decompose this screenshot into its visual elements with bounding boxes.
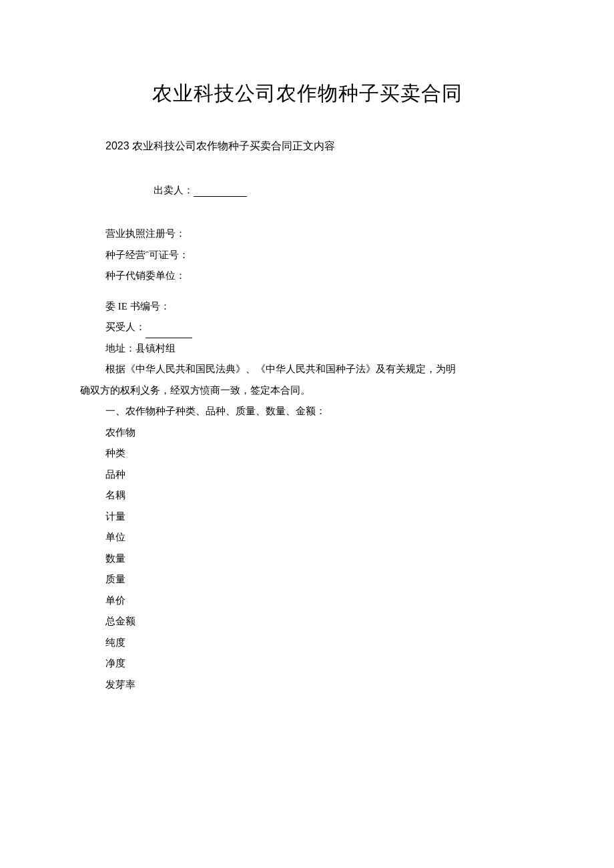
business-license-field: 营业执照注册号：: [105, 224, 534, 245]
list-item: 数量: [105, 548, 534, 570]
seller-field: 出卖人：: [154, 184, 534, 197]
list-item: 名耦: [105, 485, 534, 506]
preamble-line-2: 确双方的权利义务，经双方愤商一致，签定本合同。: [80, 380, 534, 402]
commission-number-field: 委 IE 书编号：: [105, 296, 534, 318]
list-item: 发芽率: [105, 675, 534, 696]
list-item: 纯度: [105, 632, 534, 654]
buyer-field: 买受人：: [105, 317, 534, 338]
seed-license-field: 种子经营ˆ可证号：: [105, 245, 534, 266]
buyer-blank: [145, 330, 192, 338]
spacer: [80, 287, 534, 296]
buyer-label: 买受人：: [105, 322, 145, 332]
list-item: 计量: [105, 506, 534, 528]
list-item: 品种: [105, 464, 534, 486]
document-title: 农业科技公司农作物种子买卖合同: [80, 80, 534, 107]
list-item: 单位: [105, 527, 534, 548]
consignment-unit-field: 种子代销委单位：: [105, 266, 534, 287]
section-1-heading: 一、农作物种子种类、品种、质量、数量、金额：: [105, 401, 534, 422]
address-field: 地址：县镇村组: [105, 338, 534, 360]
seller-blank: [194, 187, 247, 197]
list-item: 种类: [105, 443, 534, 464]
list-item: 单价: [105, 590, 534, 612]
list-item: 农作物: [105, 422, 534, 444]
list-item: 总金额: [105, 611, 534, 632]
document-subtitle: 2023 农业科技公司农作物种子买卖合同正文内容: [105, 139, 534, 153]
preamble-line-1: 根据《中华人民共和国民法典》、《中华人民共和国种子法》及有关规定，为明: [105, 359, 534, 380]
list-item: 质量: [105, 569, 534, 590]
document-page: 农业科技公司农作物种子买卖合同 2023 农业科技公司农作物种子买卖合同正文内容…: [0, 0, 614, 695]
seller-label: 出卖人：: [154, 185, 194, 195]
list-item: 净度: [105, 653, 534, 675]
